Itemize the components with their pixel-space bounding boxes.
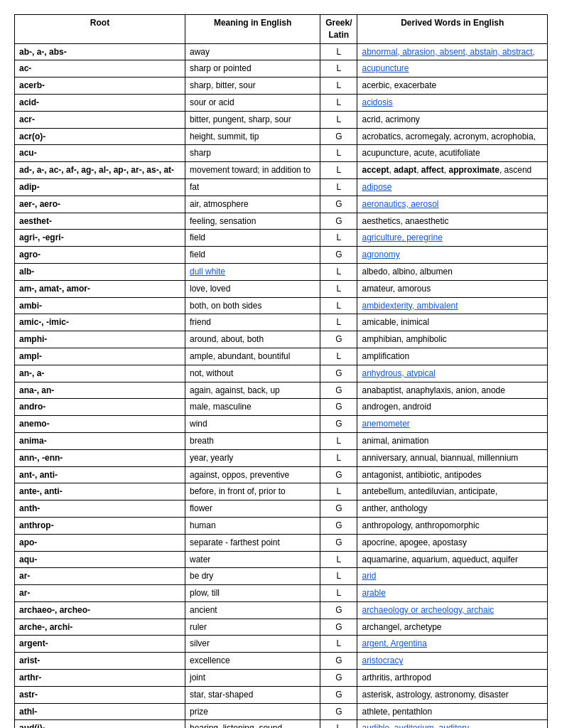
derived-cell: agriculture, peregrine <box>357 230 548 247</box>
derived-cell: aristocracy <box>357 653 548 670</box>
meaning-cell: air, atmosphere <box>185 196 320 213</box>
lang-cell: L <box>320 145 357 162</box>
root-cell: ac- <box>15 60 185 77</box>
root-cell: andro- <box>15 399 185 416</box>
root-cell: arist- <box>15 653 185 670</box>
derived-cell: amicable, inimical <box>357 314 548 331</box>
roots-table: Root Meaning in English Greek/ Latin Der… <box>14 14 548 728</box>
meaning-cell: sharp <box>185 145 320 162</box>
lang-cell: L <box>320 77 357 95</box>
table-row: ante-, anti-before, in front of, prior t… <box>15 483 548 500</box>
lang-cell: L <box>320 43 357 60</box>
derived-cell: acerbic, exacerbate <box>357 77 548 95</box>
root-cell: aer-, aero- <box>15 196 185 213</box>
derived-cell: audible, auditorium, auditory <box>357 720 548 728</box>
meaning-cell: both, on both sides <box>185 297 320 314</box>
meaning-cell: prize <box>185 703 320 720</box>
table-row: agri-, -egri-fieldLagriculture, peregrin… <box>15 230 548 247</box>
meaning-cell: be dry <box>185 568 320 585</box>
lang-cell: G <box>320 331 357 348</box>
table-row: ana-, an-again, against, back, upGanabap… <box>15 382 548 399</box>
lang-cell: L <box>320 94 357 111</box>
table-row: ad-, a-, ac-, af-, ag-, al-, ap-, ar-, a… <box>15 162 548 179</box>
header-root: Root <box>15 15 185 44</box>
table-row: ac-sharp or pointedLacupuncture <box>15 60 548 77</box>
root-cell: archaeo-, archeo- <box>15 601 185 619</box>
derived-cell: amphibian, amphibolic <box>357 331 548 348</box>
derived-cell: athlete, pentathlon <box>357 703 548 720</box>
derived-cell: acrobatics, acromegaly, acronym, acropho… <box>357 128 548 145</box>
derived-cell: acupuncture, acute, acutifoliate <box>357 145 548 162</box>
table-row: acerb-sharp, bitter, sourLacerbic, exace… <box>15 77 548 95</box>
root-cell: anth- <box>15 500 185 518</box>
table-row: ar-plow, tillLarable <box>15 585 548 602</box>
lang-cell: G <box>320 670 357 687</box>
table-row: acid-sour or acidLacidosis <box>15 94 548 111</box>
lang-cell: L <box>320 280 357 297</box>
derived-cell: arable <box>357 585 548 602</box>
lang-cell: G <box>320 619 357 636</box>
lang-cell: G <box>320 416 357 433</box>
meaning-cell: ample, abundant, bountiful <box>185 348 320 365</box>
root-cell: anthrop- <box>15 517 185 534</box>
root-cell: athl- <box>15 703 185 720</box>
root-cell: aesthet- <box>15 213 185 230</box>
table-row: aqu-waterLaquamarine, aquarium, aqueduct… <box>15 551 548 568</box>
lang-cell: L <box>320 230 357 247</box>
meaning-cell: sharp or pointed <box>185 60 320 77</box>
derived-cell: antagonist, antibiotic, antipodes <box>357 466 548 483</box>
table-row: ann-, -enn-year, yearlyLanniversary, ann… <box>15 449 548 466</box>
lang-cell: L <box>320 60 357 77</box>
meaning-cell: field <box>185 247 320 264</box>
meaning-cell: year, yearly <box>185 449 320 466</box>
meaning-cell: male, masculine <box>185 399 320 416</box>
root-cell: ampl- <box>15 348 185 365</box>
meaning-cell: away <box>185 43 320 60</box>
root-cell: anemo- <box>15 416 185 433</box>
root-cell: arche-, archi- <box>15 619 185 636</box>
meaning-cell: against, oppos, preventive <box>185 466 320 483</box>
meaning-cell: joint <box>185 670 320 687</box>
meaning-cell: wind <box>185 416 320 433</box>
table-row: acr-bitter, pungent, sharp, sourLacrid, … <box>15 111 548 128</box>
lang-cell: G <box>320 247 357 264</box>
table-row: athl-prizeGathlete, pentathlon <box>15 703 548 720</box>
lang-cell: G <box>320 534 357 551</box>
table-row: amic-, -imic-friendLamicable, inimical <box>15 314 548 331</box>
table-row: an-, a-not, withoutGanhydrous, atypical <box>15 365 548 382</box>
table-row: archaeo-, archeo-ancientGarchaeology or … <box>15 601 548 619</box>
derived-cell: abnormal, abrasion, absent, abstain, abs… <box>357 43 548 60</box>
lang-cell: G <box>320 517 357 534</box>
meaning-cell: star, star-shaped <box>185 686 320 703</box>
lang-cell: L <box>320 432 357 449</box>
table-row: aesthet-feeling, sensationGaesthetics, a… <box>15 213 548 230</box>
header-meaning: Meaning in English <box>185 15 320 44</box>
table-row: am-, amat-, amor-love, lovedLamateur, am… <box>15 280 548 297</box>
root-cell: am-, amat-, amor- <box>15 280 185 297</box>
derived-cell: arthritis, arthropod <box>357 670 548 687</box>
derived-cell: adipose <box>357 178 548 196</box>
meaning-cell: height, summit, tip <box>185 128 320 145</box>
lang-cell: L <box>320 314 357 331</box>
lang-cell: L <box>320 263 357 280</box>
root-cell: ar- <box>15 568 185 585</box>
root-cell: agro- <box>15 247 185 264</box>
meaning-cell: breath <box>185 432 320 449</box>
meaning-cell: sour or acid <box>185 94 320 111</box>
table-row: aud(i)-hearing, listening, soundLaudible… <box>15 720 548 728</box>
root-cell: astr- <box>15 686 185 703</box>
meaning-cell: again, against, back, up <box>185 382 320 399</box>
table-row: ab-, a-, abs-awayLabnormal, abrasion, ab… <box>15 43 548 60</box>
table-row: alb-dull whiteLalbedo, albino, albumen <box>15 263 548 280</box>
derived-cell: acupuncture <box>357 60 548 77</box>
header-derived: Derived Words in English <box>357 15 548 44</box>
root-cell: acr- <box>15 111 185 128</box>
meaning-cell: love, loved <box>185 280 320 297</box>
root-cell: ar- <box>15 585 185 602</box>
root-cell: adip- <box>15 178 185 196</box>
table-row: ant-, anti-against, oppos, preventiveGan… <box>15 466 548 483</box>
root-cell: ann-, -enn- <box>15 449 185 466</box>
derived-cell: ambidexterity, ambivalent <box>357 297 548 314</box>
meaning-cell: field <box>185 230 320 247</box>
meaning-cell: plow, till <box>185 585 320 602</box>
